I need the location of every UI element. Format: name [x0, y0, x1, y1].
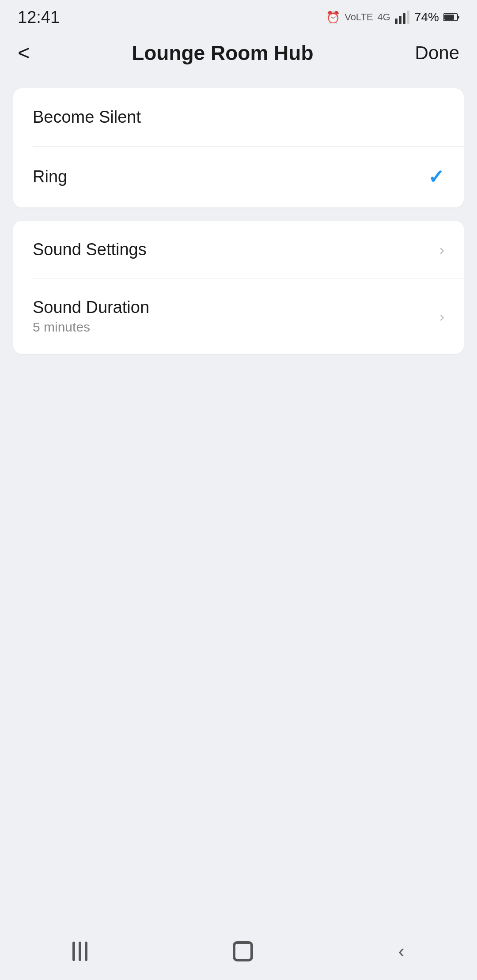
svg-rect-1 — [399, 16, 401, 24]
sound-settings-chevron-icon: › — [439, 241, 444, 258]
alarm-icon: ⏰ — [326, 11, 340, 24]
ring-item[interactable]: Ring ✓ — [13, 146, 464, 207]
ring-checkmark: ✓ — [428, 166, 444, 188]
back-button[interactable]: < — [18, 42, 30, 64]
sound-settings-label: Sound Settings — [33, 240, 147, 259]
network-icon: VoLTE — [344, 11, 373, 23]
sound-settings-item[interactable]: Sound Settings › — [13, 221, 464, 279]
main-content: Become Silent Ring ✓ Sound Settings › So… — [0, 75, 477, 367]
svg-rect-6 — [444, 15, 454, 20]
sound-duration-value: 5 minutes — [33, 320, 149, 335]
signal-bars-icon — [395, 11, 410, 24]
battery-percentage: 74% — [414, 10, 439, 24]
sound-duration-item[interactable]: Sound Duration 5 minutes › — [13, 279, 464, 354]
svg-rect-0 — [395, 19, 398, 24]
become-silent-item[interactable]: Become Silent — [13, 88, 464, 146]
svg-rect-5 — [458, 16, 459, 19]
status-icons: ⏰ VoLTE 4G 74% — [326, 10, 459, 24]
svg-rect-2 — [403, 13, 405, 24]
sound-duration-label: Sound Duration — [33, 298, 149, 317]
home-icon — [233, 941, 253, 961]
4g-icon: 4G — [378, 11, 390, 23]
sound-duration-text: Sound Duration 5 minutes — [33, 298, 149, 335]
back-nav-icon: ‹ — [398, 941, 405, 962]
battery-icon — [443, 13, 459, 22]
sound-options-card: Sound Settings › Sound Duration 5 minute… — [13, 221, 464, 354]
sound-duration-chevron-icon: › — [439, 308, 444, 325]
bottom-nav: ‹ — [0, 927, 477, 980]
page-title: Lounge Room Hub — [132, 41, 313, 65]
sound-mode-card: Become Silent Ring ✓ — [13, 88, 464, 207]
nav-bar: < Lounge Room Hub Done — [0, 31, 477, 75]
ring-label: Ring — [33, 167, 67, 186]
become-silent-label: Become Silent — [33, 108, 141, 127]
status-time: 12:41 — [18, 8, 60, 27]
done-button[interactable]: Done — [415, 42, 459, 64]
recents-button[interactable] — [55, 933, 105, 970]
status-bar: 12:41 ⏰ VoLTE 4G 74% — [0, 0, 477, 31]
svg-rect-3 — [407, 11, 409, 24]
home-button[interactable] — [215, 932, 271, 970]
recents-icon — [72, 942, 87, 961]
back-nav-button[interactable]: ‹ — [381, 932, 422, 971]
